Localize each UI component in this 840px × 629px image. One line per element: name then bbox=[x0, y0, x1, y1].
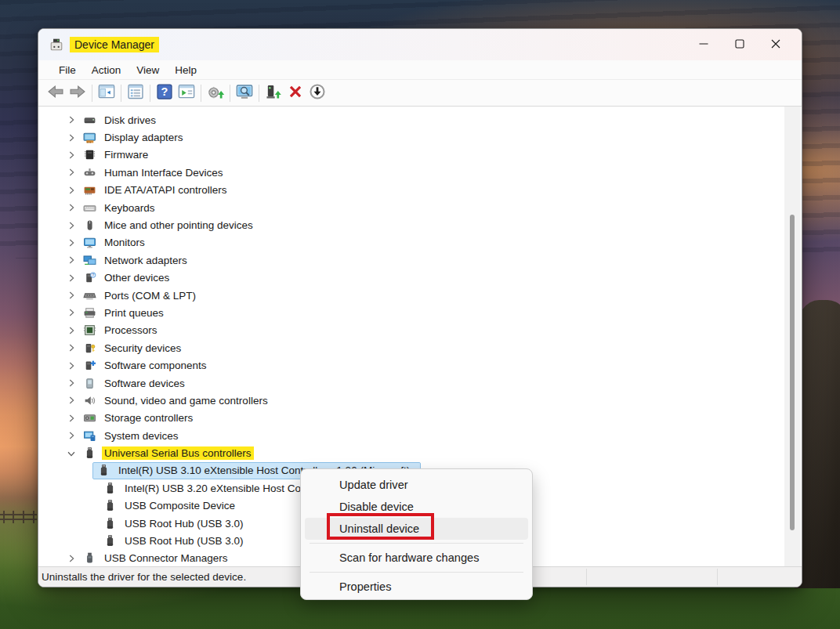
disable-device-button[interactable] bbox=[306, 82, 328, 104]
add-driver-icon bbox=[265, 83, 282, 103]
tree-item-label: Monitors bbox=[102, 236, 147, 249]
minimize-button[interactable] bbox=[686, 29, 722, 60]
chevron-right-icon[interactable] bbox=[66, 430, 77, 441]
chevron-right-icon[interactable] bbox=[66, 360, 77, 371]
tree-item-other-devices[interactable]: ?Other devices bbox=[38, 269, 802, 287]
chevron-right-icon[interactable] bbox=[66, 307, 77, 318]
chevron-down-icon[interactable] bbox=[66, 448, 77, 459]
chevron-right-icon[interactable] bbox=[66, 273, 77, 284]
usb-icon bbox=[97, 464, 110, 477]
help-button[interactable]: ? bbox=[154, 82, 176, 104]
tree-item-ports-com-lpt[interactable]: Ports (COM & LPT) bbox=[38, 287, 802, 304]
tree-item-label: Print queues bbox=[102, 306, 166, 320]
usb-icon bbox=[103, 482, 117, 495]
tree-item-display-adapters[interactable]: Display adapters bbox=[38, 128, 802, 146]
tree-item-label: Security devices bbox=[102, 342, 183, 355]
tree-item-disk-drives[interactable]: Disk drives bbox=[38, 111, 802, 128]
tree-item-label: Ports (COM & LPT) bbox=[102, 289, 198, 302]
maximize-button[interactable] bbox=[722, 29, 758, 60]
menu-view[interactable]: View bbox=[129, 63, 167, 78]
network-adapter-icon bbox=[83, 254, 96, 267]
usb-icon bbox=[83, 446, 96, 460]
close-icon bbox=[771, 39, 780, 51]
context-menu-item-scan-for-hardware-changes[interactable]: Scan for hardware changes bbox=[305, 547, 528, 569]
chevron-right-icon[interactable] bbox=[66, 342, 77, 353]
help-icon: ? bbox=[156, 83, 173, 103]
vertical-scrollbar[interactable] bbox=[784, 107, 801, 566]
tree-item-label: Human Interface Devices bbox=[102, 166, 226, 179]
properties-button[interactable] bbox=[125, 82, 147, 104]
tree-item-label: Universal Serial Bus controllers bbox=[102, 446, 254, 460]
usb-icon bbox=[103, 499, 117, 512]
other-device-icon: ? bbox=[83, 271, 96, 284]
menu-file[interactable]: File bbox=[51, 63, 84, 78]
tree-item-sound-video-and-game-controllers[interactable]: Sound, video and game controllers bbox=[38, 392, 802, 409]
chevron-right-icon[interactable] bbox=[66, 255, 77, 266]
chevron-right-icon[interactable] bbox=[66, 553, 77, 564]
chevron-right-icon[interactable] bbox=[66, 378, 77, 389]
mouse-icon bbox=[83, 219, 96, 232]
tree-item-firmware[interactable]: Firmware bbox=[38, 146, 802, 164]
menu-help[interactable]: Help bbox=[167, 63, 205, 78]
context-menu-item-properties[interactable]: Properties bbox=[305, 576, 528, 598]
status-text: Uninstalls the driver for the selected d… bbox=[38, 571, 246, 583]
tree-item-monitors[interactable]: Monitors bbox=[38, 234, 802, 251]
update-driver-icon bbox=[207, 83, 224, 103]
chevron-right-icon[interactable] bbox=[66, 167, 77, 178]
back-arrow-icon bbox=[47, 83, 64, 103]
tree-item-print-queues[interactable]: Print queues bbox=[38, 304, 802, 321]
tree-item-human-interface-devices[interactable]: Human Interface Devices bbox=[38, 164, 802, 181]
context-menu-separator bbox=[310, 572, 523, 573]
chevron-right-icon[interactable] bbox=[66, 220, 77, 231]
disable-device-icon bbox=[309, 83, 326, 103]
close-button[interactable] bbox=[758, 29, 794, 60]
properties-icon bbox=[127, 83, 144, 103]
toolbar: ? bbox=[38, 80, 802, 107]
chevron-right-icon[interactable] bbox=[66, 114, 77, 125]
chevron-right-icon[interactable] bbox=[66, 202, 77, 213]
tree-item-universal-serial-bus-controllers[interactable]: Universal Serial Bus controllers bbox=[38, 444, 802, 461]
tree-item-label: Software devices bbox=[102, 377, 187, 390]
action-pane-icon bbox=[178, 83, 195, 103]
disk-icon bbox=[83, 114, 96, 127]
usb-connector-icon bbox=[83, 551, 96, 565]
update-driver-button[interactable] bbox=[205, 82, 226, 104]
hid-icon bbox=[83, 166, 96, 179]
display-adapter-icon bbox=[83, 131, 96, 144]
chevron-right-icon[interactable] bbox=[66, 395, 77, 406]
forward-arrow-button[interactable] bbox=[67, 82, 89, 104]
tree-item-storage-controllers[interactable]: Storage controllers bbox=[38, 410, 802, 427]
action-pane-button[interactable] bbox=[176, 82, 197, 104]
chevron-right-icon[interactable] bbox=[66, 413, 77, 424]
tree-item-system-devices[interactable]: System devices bbox=[38, 427, 802, 444]
tree-item-network-adapters[interactable]: Network adapters bbox=[38, 251, 802, 269]
printer-icon bbox=[83, 306, 96, 320]
console-tree-button[interactable] bbox=[96, 82, 118, 104]
context-menu-item-update-driver[interactable]: Update driver bbox=[305, 474, 528, 496]
add-driver-button[interactable] bbox=[262, 82, 284, 104]
chevron-right-icon[interactable] bbox=[66, 290, 77, 301]
chevron-right-icon[interactable] bbox=[66, 185, 77, 196]
chevron-right-icon[interactable] bbox=[66, 237, 77, 248]
toolbar-separator bbox=[92, 85, 92, 102]
tree-item-ide-ata-atapi-controllers[interactable]: IDE ATA/ATAPI controllers bbox=[38, 182, 802, 199]
window-controls bbox=[686, 29, 794, 60]
tree-item-mice-and-other-pointing-devices[interactable]: Mice and other pointing devices bbox=[38, 216, 802, 233]
tree-item-processors[interactable]: Processors bbox=[38, 322, 802, 339]
tree-item-software-devices[interactable]: Software devices bbox=[38, 374, 802, 392]
tree-item-keyboards[interactable]: Keyboards bbox=[38, 199, 802, 216]
scrollbar-thumb[interactable] bbox=[790, 215, 795, 530]
chevron-right-icon[interactable] bbox=[66, 325, 77, 336]
chevron-right-icon[interactable] bbox=[66, 150, 77, 161]
tree-item-label: Other devices bbox=[102, 271, 172, 284]
tree-item-label: Keyboards bbox=[102, 201, 158, 215]
chevron-right-icon[interactable] bbox=[66, 132, 77, 143]
menu-action[interactable]: Action bbox=[84, 63, 129, 78]
back-arrow-button[interactable] bbox=[45, 82, 67, 104]
uninstall-device-button[interactable] bbox=[284, 82, 306, 104]
tree-item-software-components[interactable]: Software components bbox=[38, 356, 802, 374]
title-bar[interactable]: Device Manager bbox=[38, 29, 802, 60]
scan-hardware-button[interactable] bbox=[234, 82, 255, 104]
tree-item-security-devices[interactable]: Security devices bbox=[38, 339, 802, 356]
software-component-icon bbox=[83, 359, 96, 372]
